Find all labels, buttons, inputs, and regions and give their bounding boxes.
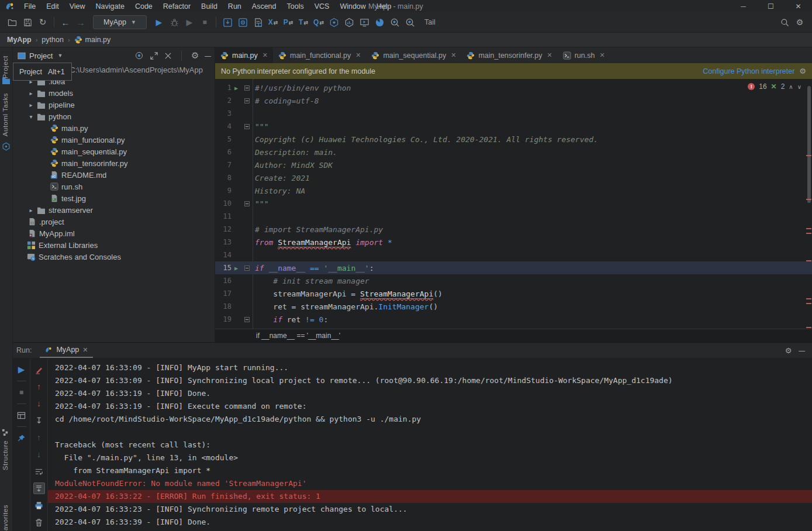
chevron-collapsed-icon[interactable]: ▸ (28, 90, 34, 96)
stripe-structure-icon[interactable] (2, 429, 9, 438)
error-stripe-mark[interactable] (806, 260, 811, 261)
tree-item-main_functional.py[interactable]: main_functional.py (13, 134, 215, 146)
hexagon-eye-icon[interactable] (326, 15, 341, 30)
chevron-expanded-icon[interactable]: ▾ (28, 113, 34, 120)
edit-log-icon[interactable] (33, 364, 45, 375)
menu-file[interactable]: File (19, 2, 41, 11)
tree-item-models[interactable]: ▸models (13, 87, 215, 99)
menu-window[interactable]: Window (334, 2, 371, 11)
forward-button[interactable]: → (73, 15, 88, 30)
code-line-5[interactable]: 5Copyright (c) Huawei Technologies Co., … (215, 133, 812, 146)
run-hide-icon[interactable]: ─ (799, 346, 805, 356)
tab-close-icon[interactable]: ✕ (547, 51, 552, 59)
collapse-all-icon[interactable] (164, 52, 172, 60)
code-line-18[interactable]: 18 ret = streamManagerApi.InitManager() (215, 300, 812, 313)
tree-item-.project[interactable]: ().project (13, 216, 215, 227)
debug-button[interactable] (167, 15, 182, 30)
error-stripe-mark[interactable] (806, 298, 811, 299)
fold-icon[interactable] (244, 317, 250, 322)
menu-code[interactable]: Code (130, 2, 158, 11)
run-tab-close-icon[interactable]: ✕ (82, 346, 88, 354)
code-line-6[interactable]: 6Description: main. (215, 146, 812, 158)
code-line-11[interactable]: 11 (215, 210, 812, 223)
prev-occurrence-button[interactable]: ↑ (33, 432, 45, 443)
run-alt-button[interactable]: ▶ (182, 15, 197, 30)
scroll-to-end-button[interactable] (33, 482, 45, 494)
stop-button[interactable]: ■ (197, 15, 212, 30)
stripe-automl-tasks-label[interactable]: Automl Tasks (2, 93, 9, 136)
editor-tab-main_sequential.py[interactable]: main_sequential.py✕ (366, 47, 461, 63)
down-stack-trace-button[interactable]: ↓ (33, 398, 45, 409)
code-line-4[interactable]: 4""" (215, 120, 812, 133)
fold-icon[interactable] (244, 98, 250, 104)
error-stripe-mark[interactable] (806, 303, 811, 304)
menu-refactor[interactable]: Refactor (158, 2, 196, 11)
search-everywhere-icon[interactable] (777, 15, 792, 30)
hexagon-chart-icon[interactable] (341, 15, 357, 30)
code-line-17[interactable]: 17 streamManagerApi = StreamManagerApi() (215, 287, 812, 300)
editor-scrollbar[interactable] (807, 86, 811, 203)
stripe-project-label[interactable]: Project (2, 56, 9, 78)
code-line-2[interactable]: 2# coding=utf-8 (215, 94, 812, 107)
configure-interpreter-link[interactable]: Configure Python interpreter (703, 67, 794, 75)
run-line-icon[interactable]: ▶ (231, 85, 241, 91)
menu-run[interactable]: Run (223, 2, 247, 11)
tree-item-Scratches-and-Consoles[interactable]: Scratches and Consoles (13, 251, 215, 263)
tree-item-run.sh[interactable]: run.sh (13, 181, 215, 192)
tab-close-icon[interactable]: ✕ (451, 51, 456, 59)
code-line-7[interactable]: 7Author: MindX SDK (215, 158, 812, 171)
soft-wrap-button[interactable] (33, 466, 45, 477)
code-line-10[interactable]: 10""" (215, 197, 812, 210)
stop-process-button[interactable]: ■ (16, 387, 27, 398)
tab-close-icon[interactable]: ✕ (355, 51, 361, 59)
code-line-16[interactable]: 16 # init stream manager (215, 274, 812, 287)
clear-all-button[interactable] (33, 516, 45, 528)
code-line-13[interactable]: 13from StreamManagerApi import * (215, 236, 812, 249)
project-settings-icon[interactable]: ⚙ (191, 50, 199, 61)
tree-item-main_tensorinfer.py[interactable]: main_tensorinfer.py (13, 157, 215, 169)
inspections-widget[interactable]: ! 16 ✕ 2 ∧ ∨ (748, 82, 801, 91)
run-configuration-select[interactable]: MyApp▼ (93, 15, 147, 29)
chevron-collapsed-icon[interactable]: ▸ (28, 207, 34, 213)
next-occurrence-button[interactable]: ↓ (33, 449, 45, 460)
code-line-12[interactable]: 12# import StreamManagerApi.py (215, 223, 812, 236)
code-line-1[interactable]: 1▶#!/usr/bin/env python (215, 81, 812, 94)
stripe-automl-hexagon-icon[interactable] (2, 142, 11, 153)
breadcrumb-item-MyApp[interactable]: MyApp (7, 36, 32, 44)
print-button[interactable] (33, 499, 45, 511)
tree-item-MyApp.iml[interactable]: MyApp.iml (13, 227, 215, 239)
tree-item-test.jpg[interactable]: test.jpg (13, 192, 215, 204)
tree-item-pipeline[interactable]: ▸pipeline (13, 99, 215, 111)
menu-build[interactable]: Build (196, 2, 223, 11)
code-editor[interactable]: 1▶#!/usr/bin/env python2# coding=utf-834… (215, 79, 812, 329)
run-button[interactable]: ▶ (151, 15, 167, 30)
run-tab[interactable]: MyApp ✕ (40, 343, 92, 358)
close-button[interactable]: ✕ (785, 0, 812, 12)
x-convert-icon[interactable]: X⇄ (265, 15, 281, 30)
monitor-run-icon[interactable] (357, 15, 372, 30)
editor-tab-main.py[interactable]: main.py✕ (215, 47, 273, 63)
up-stack-trace-button[interactable]: ↑ (33, 381, 45, 392)
stripe-structure-label[interactable]: Structure (2, 440, 9, 470)
save-all-button[interactable] (20, 15, 35, 30)
open-button[interactable] (5, 15, 20, 30)
error-stripe-mark[interactable] (806, 233, 811, 234)
menu-view[interactable]: View (64, 2, 91, 11)
menu-navigate[interactable]: Navigate (91, 2, 130, 11)
locate-file-icon[interactable] (134, 51, 144, 60)
error-stripe-mark[interactable] (806, 155, 811, 156)
hide-panel-icon[interactable]: ─ (205, 51, 211, 61)
menu-tools[interactable]: Tools (282, 2, 309, 11)
ide-settings-icon[interactable]: ⚙ (792, 15, 807, 30)
navigate-down-icon[interactable]: ↧ (33, 415, 45, 426)
menu-edit[interactable]: Edit (41, 2, 64, 11)
run-line-icon[interactable]: ▶ (231, 265, 241, 271)
breadcrumb-item-main.py[interactable]: main.py (74, 36, 111, 44)
tree-item-python[interactable]: ▾python (13, 111, 215, 122)
code-line-3[interactable]: 3 (215, 107, 812, 120)
menu-vcs[interactable]: VCS (309, 2, 335, 11)
box-gear-icon[interactable] (235, 15, 250, 30)
fold-icon[interactable] (244, 124, 250, 129)
back-button[interactable]: ← (58, 15, 73, 30)
p-convert-icon[interactable]: P⇄ (281, 15, 296, 30)
